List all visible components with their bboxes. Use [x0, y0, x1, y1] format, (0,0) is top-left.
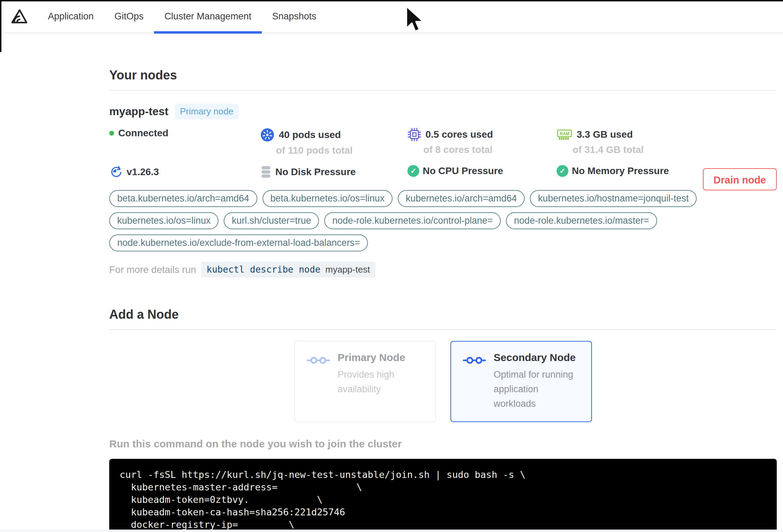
tab-gitops[interactable]: GitOps [104, 0, 154, 33]
terminal-line: kubeadm-token-ca-hash=sha256:221d25746 [120, 506, 766, 518]
node-label-pill: beta.kubernetes.io/os=linux [263, 190, 393, 207]
kubectl-describe-command: kubectl describe node myapp-test [201, 262, 376, 277]
tab-application[interactable]: Application [37, 0, 104, 33]
kubectl-command-node-name: myapp-test [325, 264, 370, 275]
cluster-management-page: Your nodes myapp-test Primary node Conne… [109, 68, 777, 532]
card-description: Optimal for running application workload… [494, 368, 580, 411]
stat-subvalue: of 31.4 GB total [573, 144, 703, 155]
card-secondary-node[interactable]: Secondary NodeOptimal for running applic… [450, 341, 592, 422]
add-node-heading: Add a Node [109, 307, 777, 322]
stat-value: No Memory Pressure [572, 165, 669, 177]
section-divider [109, 90, 777, 91]
nav-tabs: ApplicationGitOpsCluster ManagementSnaps… [37, 0, 327, 33]
your-nodes-heading: Your nodes [109, 68, 777, 83]
node-name: myapp-test [109, 105, 169, 118]
cpu-chip-icon [407, 128, 421, 141]
stat-value: 0.5 cores used [425, 129, 493, 140]
window-top-edge [0, 0, 783, 1]
node-label-pill: node-role.kubernetes.io/control-plane= [324, 212, 501, 229]
check-circle-icon: ✓ [557, 165, 568, 177]
terminal-line: curl -fsSL https://kurl.sh/jq-new-test-u… [120, 469, 766, 481]
stat-no-disk-pressure: No Disk Pressure [260, 165, 407, 179]
node-describe-hint: For more details run kubectl describe no… [109, 262, 703, 277]
node-actions: Drain node [703, 104, 777, 277]
stat-value: Connected [118, 128, 169, 139]
node-label-pill: node.kubernetes.io/exclude-from-external… [109, 234, 368, 251]
node-label-pill: beta.kubernetes.io/arch=amd64 [109, 190, 257, 207]
stat-subvalue: of 110 pods total [276, 145, 407, 156]
card-primary-node[interactable]: Primary NodeProvides high availability [294, 341, 436, 422]
top-navbar: ApplicationGitOpsCluster ManagementSnaps… [0, 0, 783, 33]
stat-40-pods-used: 40 pods usedof 110 pods total [260, 128, 407, 156]
stat-subvalue: of 8 cores total [423, 144, 557, 155]
node-label-pill: kubernetes.io/os=linux [109, 212, 218, 229]
status-dot-icon [109, 131, 114, 136]
stat-value: No CPU Pressure [423, 165, 503, 177]
stat-value: 3.3 GB used [577, 129, 633, 140]
card-description: Provides high availability [338, 368, 424, 397]
version-update-icon [109, 165, 123, 179]
terminal-line: kubernetes-master-address= \ [120, 481, 766, 494]
stat-v1.26.3: v1.26.3 [109, 165, 260, 179]
replicated-logo-icon [9, 8, 28, 25]
for-more-label: For more details run [109, 264, 196, 275]
stat-no-cpu-pressure: ✓No CPU Pressure [407, 165, 557, 179]
stat-value: No Disk Pressure [275, 166, 356, 178]
terminal-line: docker-registry-ip= \ [120, 518, 766, 531]
disk-icon [260, 165, 272, 179]
node-panel: myapp-test Primary node Connected40 pods… [109, 104, 777, 277]
stat-no-memory-pressure: ✓No Memory Pressure [557, 165, 703, 179]
stat-connected: Connected [109, 128, 260, 156]
stat-3.3-gb-used: RAM 3.3 GB usedof 31.4 GB total [557, 128, 703, 156]
node-link-icon [307, 354, 330, 411]
join-command-instruction: Run this command on the node you wish to… [109, 438, 777, 450]
window-left-edge [0, 0, 1, 52]
node-type-cards: Primary NodeProvides high availability S… [109, 341, 777, 422]
card-title: Primary Node [338, 352, 424, 363]
node-label-pill: kurl.sh/cluster=true [224, 212, 319, 229]
stat-value: v1.26.3 [127, 166, 159, 178]
node-label-pill: kubernetes.io/arch=amd64 [398, 190, 525, 207]
svg-text:RAM: RAM [560, 131, 569, 136]
kubectl-command-text: kubectl describe node [207, 264, 321, 275]
node-link-icon [463, 354, 486, 411]
node-details: myapp-test Primary node Connected40 pods… [109, 104, 703, 277]
node-label-pill: node-role.kubernetes.io/master= [506, 212, 657, 229]
window-bottom-edge [0, 530, 783, 532]
terminal-line: kubeadm-token=0ztbvy. \ [120, 494, 766, 506]
ram-icon: RAM [557, 128, 573, 141]
stat-0.5-cores-used: 0.5 cores usedof 8 cores total [407, 128, 557, 156]
section-divider [109, 329, 777, 330]
node-labels: beta.kubernetes.io/arch=amd64beta.kubern… [109, 190, 699, 251]
stat-value: 40 pods used [279, 129, 341, 140]
node-label-pill: kubernetes.io/hostname=jonquil-test [530, 190, 697, 207]
tab-snapshots[interactable]: Snapshots [262, 0, 327, 33]
primary-node-badge: Primary node [175, 104, 239, 119]
drain-node-button[interactable]: Drain node [703, 168, 777, 190]
join-command-terminal: curl -fsSL https://kurl.sh/jq-new-test-u… [109, 459, 777, 532]
card-title: Secondary Node [494, 352, 580, 363]
node-stats-grid: Connected40 pods usedof 110 pods total 0… [109, 128, 703, 179]
tab-cluster-management[interactable]: Cluster Management [154, 0, 262, 33]
check-circle-icon: ✓ [407, 165, 419, 177]
kubernetes-icon [260, 128, 275, 142]
